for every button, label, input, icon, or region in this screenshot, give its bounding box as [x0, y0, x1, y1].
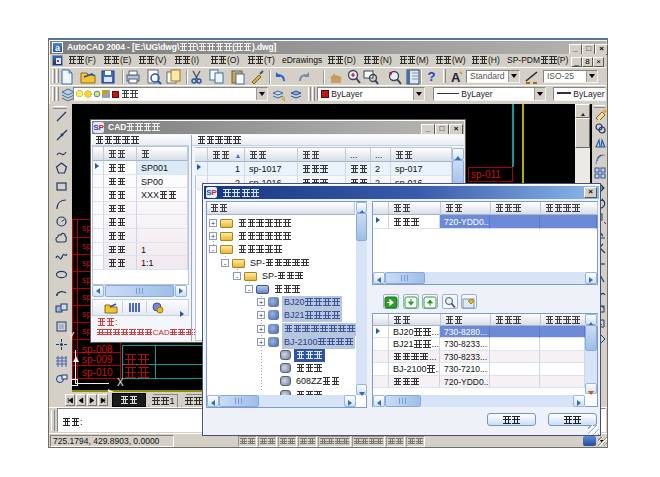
svg-text:A: A	[451, 70, 461, 85]
